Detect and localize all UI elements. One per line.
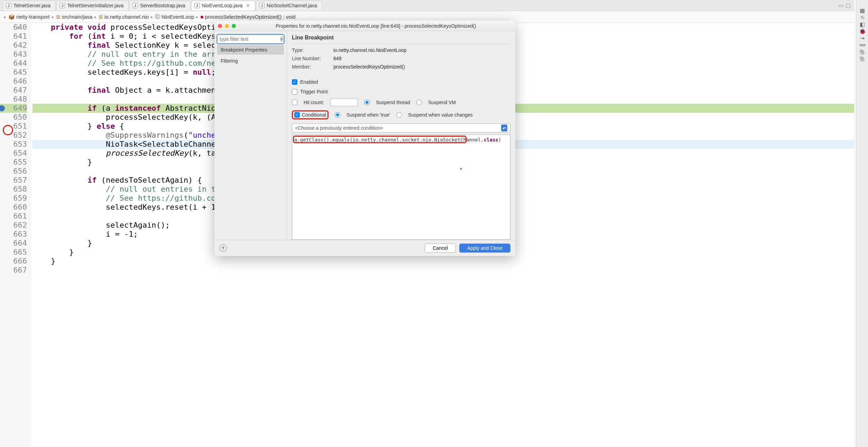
editor-tab[interactable]: JNioEventLoop.java✕	[191, 1, 256, 10]
java-file-icon: J	[194, 3, 200, 8]
line-number[interactable]: 644	[0, 59, 27, 68]
code-line[interactable]	[33, 266, 854, 275]
line-number[interactable]: 656	[0, 167, 27, 176]
breakpoint-properties-dialog: Properties for io.netty.channel.nio.NioE…	[214, 21, 515, 256]
hit-count-label: Hit count:	[304, 100, 324, 105]
code-line[interactable]: }	[33, 257, 854, 266]
sidebar-tree-item[interactable]: Filtering	[217, 56, 284, 66]
dialog-titlebar[interactable]: Properties for io.netty.channel.nio.NioE…	[214, 21, 515, 31]
maximize-icon[interactable]: ▢	[846, 2, 851, 9]
java-file-icon: J	[59, 3, 65, 8]
line-number[interactable]: 649	[0, 104, 27, 113]
previous-condition-select[interactable]: <Choose a previously entered condition> …	[292, 124, 510, 133]
line-number[interactable]: 648	[0, 95, 27, 104]
line-number[interactable]: 643	[0, 50, 27, 59]
breadcrumb-item[interactable]: ■ processSelectedKeysOptimized() : void	[200, 14, 295, 20]
enabled-label: Enabled	[300, 79, 318, 85]
suspend-when-change-label: Suspend when value changes	[408, 112, 473, 118]
filter-input: ✕	[217, 35, 284, 44]
suspend-when-true-label: Suspend when 'true'	[347, 112, 390, 118]
breadcrumb-item[interactable]: ⊞ io.netty.channel.nio	[99, 14, 149, 20]
toolbar-icon[interactable]: 👓	[859, 42, 866, 48]
clear-icon[interactable]: ✕	[280, 36, 283, 42]
line-number[interactable]: 646	[0, 77, 27, 86]
suspend-vm-radio[interactable]	[416, 100, 422, 105]
member-value: processSelectedKeysOptimized()	[333, 64, 405, 70]
suspend-when-true-radio[interactable]	[335, 112, 340, 118]
breadcrumb-item[interactable]: ⊞ src/main/java	[56, 14, 92, 20]
toolbar-icon[interactable]: 🐞	[859, 28, 866, 35]
tab-label: NioEventLoop.java	[202, 3, 243, 8]
line-number[interactable]: 660	[0, 203, 27, 212]
sidebar-tree-item[interactable]: Breakpoint Properties	[217, 45, 284, 55]
filter-text-field[interactable]	[220, 36, 280, 42]
line-number[interactable]: 658	[0, 185, 27, 194]
line-number[interactable]: 666	[0, 257, 27, 266]
toolbar-icon[interactable]: ⎋	[859, 14, 866, 21]
java-file-icon: J	[132, 3, 138, 8]
line-number[interactable]: 663	[0, 230, 27, 239]
line-number-value: 649	[333, 56, 341, 61]
line-number[interactable]: 659	[0, 194, 27, 203]
breadcrumb-item[interactable]: 📦 netty-transport	[8, 14, 50, 20]
hit-count-checkbox[interactable]	[292, 100, 297, 105]
line-number[interactable]: 641	[0, 32, 27, 41]
toolbar-icon[interactable]: ⇝	[859, 35, 866, 42]
type-value: io.netty.channel.nio.NioEventLoop	[333, 47, 406, 53]
line-gutter: ⊖640641642643644645646647648649650651652…	[0, 23, 31, 447]
tab-label: NioSocketChannel.java	[267, 3, 317, 8]
line-number[interactable]: 657	[0, 176, 27, 185]
toolbar-icon[interactable]: 🐘	[859, 48, 866, 55]
line-number[interactable]: 653	[0, 140, 27, 149]
help-icon[interactable]: ?	[219, 244, 227, 252]
conditional-label: Conditional	[302, 112, 326, 118]
trigger-point-checkbox[interactable]	[292, 89, 297, 94]
editor-tab[interactable]: JTelnetServer.java	[3, 1, 56, 10]
editor-tab[interactable]: JNioSocketChannel.java	[256, 1, 322, 10]
apply-and-close-button[interactable]: Apply and Close	[459, 244, 510, 253]
condition-textarea[interactable]: a.getClass().equals(io.netty.channel.soc…	[292, 135, 510, 240]
editor-tabs: JTelnetServer.javaJTelnetServerInitializ…	[0, 0, 854, 11]
breadcrumb-item[interactable]: Ⓒ NioEventLoop	[155, 13, 194, 20]
suspend-when-change-radio[interactable]	[396, 112, 402, 118]
minimize-icon[interactable]	[225, 24, 229, 28]
suspend-thread-label: Suspend thread	[376, 100, 410, 105]
editor-tab[interactable]: JServerBootstrap.java	[129, 1, 191, 10]
conditional-checkbox[interactable]: ✓	[294, 112, 300, 118]
toolbar-icon[interactable]: ◧	[859, 21, 866, 28]
suspend-thread-radio[interactable]	[364, 100, 370, 105]
line-number[interactable]: 655	[0, 158, 27, 167]
tab-label: ServerBootstrap.java	[140, 3, 185, 8]
line-number[interactable]: 647	[0, 86, 27, 95]
line-number[interactable]: ⊖640	[0, 23, 27, 32]
line-number[interactable]: 667	[0, 266, 27, 275]
tab-label: TelnetServerInitializer.java	[67, 3, 123, 8]
java-file-icon: J	[259, 3, 265, 8]
line-number[interactable]: 665	[0, 248, 27, 257]
line-number[interactable]: 642	[0, 41, 27, 50]
hit-count-input[interactable]	[330, 99, 358, 106]
close-icon[interactable]	[218, 24, 222, 28]
minimize-icon[interactable]: ▭	[838, 2, 843, 9]
toolbar-icon[interactable]: 🐘	[859, 55, 866, 62]
line-number[interactable]: 654	[0, 149, 27, 158]
java-file-icon: J	[6, 3, 11, 8]
trigger-point-label: Trigger Point	[300, 89, 328, 94]
toolbar-icon[interactable]: ▦	[859, 7, 866, 14]
close-icon[interactable]: ✕	[246, 3, 250, 8]
editor-tab[interactable]: JTelnetServerInitializer.java	[56, 1, 129, 10]
line-number[interactable]: 645	[0, 68, 27, 77]
line-number[interactable]: 662	[0, 221, 27, 230]
cancel-button[interactable]: Cancel	[425, 244, 456, 253]
enabled-checkbox[interactable]: ✓	[292, 79, 297, 85]
chevron-updown-icon: ▴▾	[501, 125, 507, 131]
dialog-sidebar: ✕ Breakpoint PropertiesFiltering	[214, 31, 287, 240]
breakpoint-icon[interactable]	[0, 105, 5, 111]
right-toolbar: ▦⎋◧🐞⇝👓🐘🐘	[856, 0, 868, 447]
line-number[interactable]: 664	[0, 239, 27, 248]
line-number[interactable]: 661	[0, 212, 27, 221]
zoom-icon[interactable]	[232, 24, 236, 28]
line-number[interactable]: 650	[0, 113, 27, 122]
tab-label: TelnetServer.java	[13, 3, 50, 8]
section-heading: Line Breakpoint	[292, 35, 510, 41]
